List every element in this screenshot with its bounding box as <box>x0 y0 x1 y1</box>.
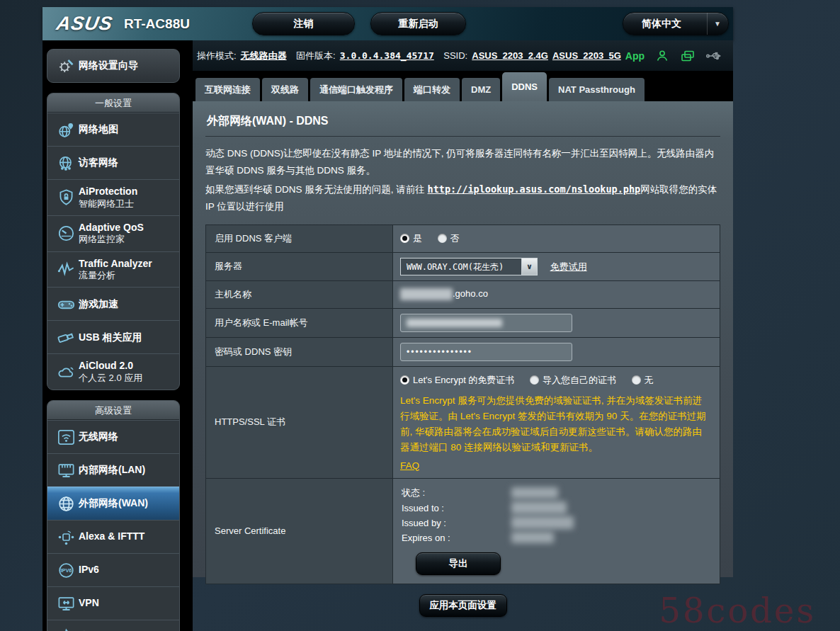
sidebar-item-vpn[interactable]: VPN <box>47 586 179 620</box>
ssl-letsencrypt-label[interactable]: Let's Encrypt 的免费证书 <box>413 375 514 385</box>
ssl-letsencrypt-radio[interactable] <box>400 375 409 385</box>
sidebar-item-label: 内部网络(LAN) <box>79 464 145 477</box>
client-user-icon[interactable] <box>655 49 669 63</box>
sidebar-item-label: USB 相关应用 <box>79 331 142 344</box>
cert-expires-redacted <box>511 532 554 543</box>
title-divider <box>205 136 720 137</box>
tab-port-forwarding[interactable]: 端口转发 <box>404 78 460 101</box>
hostname-label: 主机名称 <box>206 280 393 308</box>
gamepad-icon <box>53 295 79 314</box>
firmware-version-link[interactable]: 3.0.0.4.384_45717 <box>340 50 434 61</box>
shield-lock-icon <box>53 188 79 207</box>
sidebar-item-ipv6[interactable]: IPV6 IPv6 <box>47 553 179 586</box>
faq-link[interactable]: FAQ <box>400 460 419 471</box>
tab-dmz[interactable]: DMZ <box>462 78 500 101</box>
ssl-import-label[interactable]: 导入您自己的证书 <box>543 375 616 385</box>
sidebar-item-wireless[interactable]: 无线网络 <box>47 420 179 453</box>
hostname-redacted <box>400 288 453 300</box>
cert-status-label: 状态 : <box>402 487 511 499</box>
sidebar-item-wan[interactable]: 外部网络(WAN) <box>47 487 179 520</box>
ssl-none-label[interactable]: 无 <box>645 375 654 385</box>
table-row: 密码或 DDNS 密钥 ••••••••••••••• <box>206 337 720 366</box>
table-row: 服务器 WWW.ORAY.COM(花生壳) ∨ 免费试用 <box>206 252 720 280</box>
ssid-5g-link[interactable]: ASUS_2203_5G <box>552 50 621 61</box>
sidebar-item-game-boost[interactable]: 游戏加速 <box>47 287 179 320</box>
chevron-down-icon: ▼ <box>707 13 721 35</box>
password-input[interactable]: ••••••••••••••• <box>400 343 572 361</box>
wifi-icon <box>53 428 79 447</box>
general-settings-group: 一般设置 网络地图 访客网络 <box>47 93 180 390</box>
sidebar-item-aicloud[interactable]: AiCloud 2.0 个人云 2.0 应用 <box>47 353 179 390</box>
sidebar-item-label: IPv6 <box>79 564 99 576</box>
operation-mode-label: 操作模式: <box>197 50 237 62</box>
wan-tab-strip: 互联网连接 双线路 通信端口触发程序 端口转发 DMZ DDNS NAT Pas… <box>193 71 733 101</box>
operation-mode-link[interactable]: 无线路由器 <box>241 50 287 62</box>
sidebar-item-lan[interactable]: 内部网络(LAN) <box>47 453 179 487</box>
tab-internet-connection[interactable]: 互联网连接 <box>195 78 260 101</box>
cert-issued-by-label: Issued by : <box>402 518 511 528</box>
tab-nat-passthrough[interactable]: NAT Passthrough <box>549 78 645 101</box>
ddns-description: 动态 DNS (DDNS)让您即使在没有静态 IP 地址的情况下, 仍可将服务器… <box>205 145 720 178</box>
sidebar-item-sublabel: 个人云 2.0 应用 <box>79 373 142 384</box>
sidebar-item-label: 游戏加速 <box>79 298 118 311</box>
sidebar-item-label: Alexa & IFTTT <box>79 530 144 543</box>
sidebar-item-network-map[interactable]: 网络地图 <box>47 113 179 146</box>
wan-globe-icon <box>53 494 79 513</box>
tab-port-trigger[interactable]: 通信端口触发程序 <box>310 78 402 101</box>
apply-button[interactable]: 应用本页面设置 <box>419 594 507 617</box>
language-label: 简体中文 <box>642 18 681 30</box>
enable-yes-radio[interactable] <box>400 234 409 243</box>
wizard-gear-icon <box>53 57 79 76</box>
sidebar-item-traffic-analyzer[interactable]: Traffic Analyzer 流量分析 <box>47 251 179 288</box>
sidebar-item-label: 网络设置向导 <box>79 59 138 72</box>
cert-issued-to-line: Issued to : <box>402 501 711 516</box>
tab-dual-wan[interactable]: 双线路 <box>262 78 308 101</box>
cert-expires-label: Expires on : <box>402 533 511 543</box>
app-link[interactable]: App <box>625 50 645 62</box>
sidebar-item-firewall[interactable]: 防火墙 <box>47 620 179 631</box>
cert-status-line: 状态 : <box>402 486 711 501</box>
main-content: 操作模式: 无线路由器 固件版本: 3.0.0.4.384_45717 SSID… <box>193 40 733 577</box>
username-label: 用户名称或 E-mail帐号 <box>206 308 393 337</box>
logout-button[interactable]: 注销 <box>252 12 355 35</box>
username-input[interactable] <box>400 314 572 332</box>
cert-expires-line: Expires on : <box>402 530 711 545</box>
vpn-monitor-icon <box>53 594 79 613</box>
enable-yes-label[interactable]: 是 <box>413 233 422 244</box>
enable-ddns-label: 启用 DDNS 客户端 <box>206 224 393 252</box>
cert-issued-to-label: Issued to : <box>402 503 511 513</box>
table-row: HTTPS/SSL 证书 Let's Encrypt 的免费证书 导入您自己的证… <box>206 366 720 478</box>
sidebar-item-usb-application[interactable]: USB 相关应用 <box>47 320 179 353</box>
waveform-icon <box>53 260 79 279</box>
sidebar-item-guest-network[interactable]: 访客网络 <box>47 146 179 179</box>
free-trial-link[interactable]: 免费试用 <box>550 261 587 272</box>
ssl-import-radio[interactable] <box>530 375 539 385</box>
ddns-server-select[interactable]: WWW.ORAY.COM(花生壳) ∨ <box>400 258 538 275</box>
sidebar-item-alexa-ifttt[interactable]: Alexa & IFTTT <box>47 520 179 553</box>
table-row: 用户名称或 E-mail帐号 <box>206 308 720 337</box>
lan-ports-icon <box>53 461 79 480</box>
tab-ddns[interactable]: DDNS <box>502 72 547 101</box>
connected-devices-icon[interactable] <box>680 49 696 63</box>
sidebar-item-adaptive-qos[interactable]: Adaptive QoS 网络监控家 <box>47 215 179 251</box>
ssl-none-radio[interactable] <box>632 375 641 385</box>
reboot-button[interactable]: 重新启动 <box>370 12 466 35</box>
hostname-suffix: .goho.co <box>453 288 488 299</box>
cert-issued-to-redacted <box>511 501 567 514</box>
usb-drive-icon <box>53 328 79 347</box>
enable-no-radio[interactable] <box>438 234 447 243</box>
ssl-cert-label: HTTPS/SSL 证书 <box>206 366 393 478</box>
table-row: 主机名称 .goho.co <box>206 280 720 308</box>
sidebar-item-sublabel: 网络监控家 <box>79 234 144 245</box>
table-row: Server Certificate 状态 : Issued to : Issu… <box>206 478 720 584</box>
ssid-2g-link[interactable]: ASUS_2203_2.4G <box>472 50 548 61</box>
table-row: 启用 DDNS 客户端 是 否 <box>206 224 720 252</box>
enable-no-label[interactable]: 否 <box>450 233 460 244</box>
iplookup-link[interactable]: http://iplookup.asus.com/nslookup.php <box>428 183 641 195</box>
sidebar-item-label: AiCloud 2.0 <box>79 360 142 373</box>
export-button[interactable]: 导出 <box>416 552 501 575</box>
sidebar-item-aiprotection[interactable]: AiProtection 智能网络卫士 <box>47 179 179 215</box>
sidebar-item-quick-setup[interactable]: 网络设置向导 <box>47 49 180 83</box>
usb-status-icon[interactable] <box>706 49 723 63</box>
language-selector[interactable]: 简体中文 ▼ <box>623 12 729 35</box>
